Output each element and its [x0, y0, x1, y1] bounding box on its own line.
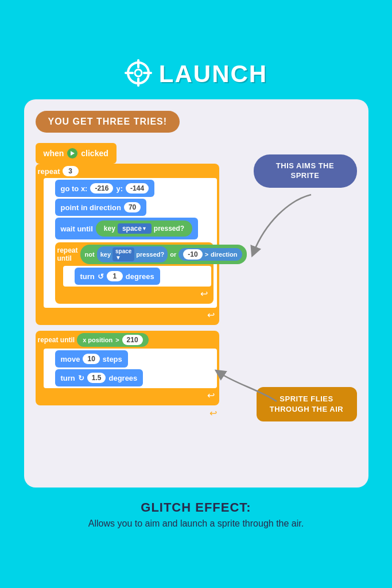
key-label: key — [104, 225, 115, 233]
repeat3-curve: ↩ — [38, 310, 217, 320]
tries-badge: YOU GET THREE TRIES! — [36, 111, 180, 133]
clicked-label: clicked — [81, 149, 108, 158]
repeat-header: repeat 3 — [38, 166, 217, 176]
wait-label: wait until — [61, 225, 93, 233]
or-label: or — [170, 251, 176, 258]
repeat-until-curve: ↩ — [57, 288, 211, 299]
page-title: LAUNCH — [159, 60, 267, 88]
repeat-3-body: go to x: -216 y: -144 point in direction… — [44, 178, 217, 308]
when-label: when — [44, 149, 64, 158]
crosshair-icon — [125, 59, 152, 89]
repeat-value: 3 — [63, 166, 79, 176]
neg10-val: -10 — [183, 249, 202, 260]
hat-block-row: when clicked — [36, 143, 219, 164]
point-label: point in direction — [61, 203, 121, 212]
turn-block: turn ↺ 1 degrees — [75, 268, 208, 285]
main-content-box: YOU GET THREE TRIES! when clicked — [24, 99, 368, 488]
card: LAUNCH YOU GET THREE TRIES! when clicked — [24, 59, 368, 529]
repeat-until-label: repeat until — [57, 246, 78, 262]
space-dropdown: space ▼ — [118, 223, 152, 234]
xpos-label: x position — [83, 336, 112, 343]
blocks-column: when clicked repeat 3 — [36, 143, 219, 419]
xpos-condition: x position > 210 — [77, 333, 148, 347]
repeat-3-block: repeat 3 go to x: -216 y: -144 — [36, 164, 219, 325]
repeat-until2-header: repeat until x position > 210 — [38, 333, 217, 347]
repeat-label: repeat — [38, 167, 60, 176]
degrees2-label: degrees — [108, 374, 137, 382]
header: LAUNCH — [125, 59, 267, 89]
green-flag-icon — [67, 148, 77, 158]
goto-block: go to x: -216 y: -144 — [55, 180, 214, 197]
steps-label: steps — [103, 355, 122, 363]
svg-marker-6 — [71, 151, 75, 156]
move-block: move 10 steps — [55, 350, 214, 368]
gt-label: > — [205, 251, 208, 258]
footer: GLITCH EFFECT: Allows you to aim and lau… — [83, 500, 309, 529]
repeat-until-block: repeat until not key space ▼ pressed? — [55, 242, 214, 304]
degrees-label: degrees — [126, 272, 154, 281]
turn-label: turn — [80, 272, 95, 281]
flies-arrow — [214, 361, 282, 407]
point-val: 70 — [124, 202, 141, 212]
repeat-until2-body: move 10 steps turn ↻ 1.5 degrees — [44, 349, 217, 388]
turn2-label: turn — [61, 374, 75, 382]
turn-right-icon: ↻ — [78, 374, 84, 382]
y-label: y: — [116, 184, 123, 193]
direction-label: direction — [211, 251, 237, 258]
repeat-until2-label: repeat until — [38, 336, 75, 344]
move-block-inner: move 10 steps — [55, 350, 128, 368]
point-block: point in direction 70 — [55, 199, 214, 216]
turn2-val: 1.5 — [87, 373, 106, 383]
repeat-until2-curve: ↩ — [38, 390, 217, 401]
svg-point-1 — [135, 69, 142, 76]
outer-curve: ↩ — [36, 408, 219, 419]
point-block-inner: point in direction 70 — [55, 199, 147, 216]
repeat-until-body: turn ↺ 1 degrees — [63, 266, 211, 287]
goto-x: -216 — [90, 183, 113, 194]
xpos-val: 210 — [122, 335, 143, 345]
wait-block: wait until key space ▼ pressed? — [55, 218, 214, 239]
hat-block: when clicked — [36, 143, 117, 164]
turn-val: 1 — [107, 271, 123, 281]
pressed2-label: pressed? — [136, 251, 164, 258]
aims-arrow — [242, 189, 317, 258]
not-label: not — [85, 251, 95, 258]
aims-label: THIS AIMS THE SPRITE — [254, 154, 357, 188]
repeat-until2-block: repeat until x position > 210 move 10 — [36, 331, 219, 405]
footer-description: Allows you to aim and launch a sprite th… — [88, 519, 304, 529]
repeat-until-header: repeat until not key space ▼ pressed? — [57, 245, 211, 264]
key-pressed-condition: key space ▼ pressed? — [97, 246, 168, 262]
turn-left-icon: ↺ — [98, 272, 104, 281]
goto-y: -144 — [126, 183, 149, 194]
code-area: when clicked repeat 3 — [36, 143, 357, 476]
turn2-block-inner: turn ↻ 1.5 degrees — [55, 369, 143, 386]
turn-block-inner: turn ↺ 1 degrees — [75, 268, 160, 285]
wait-condition: key space ▼ pressed? — [96, 220, 192, 237]
footer-title: GLITCH EFFECT: — [88, 500, 304, 515]
move-val: 10 — [83, 354, 99, 364]
goto-block-inner: go to x: -216 y: -144 — [55, 180, 155, 197]
turn2-block: turn ↻ 1.5 degrees — [55, 369, 214, 386]
neg10-condition: -10 > direction — [178, 248, 242, 261]
gt2-label: > — [115, 336, 119, 343]
space2-dropdown: space ▼ — [112, 247, 134, 261]
key2-label: key — [100, 251, 111, 258]
pressed-label: pressed? — [154, 225, 184, 233]
goto-label: go to x: — [61, 184, 88, 193]
repeat-until-condition: not key space ▼ pressed? or -10 — [80, 245, 247, 264]
move-label: move — [61, 355, 80, 363]
wait-block-inner: wait until key space ▼ pressed? — [55, 218, 199, 239]
